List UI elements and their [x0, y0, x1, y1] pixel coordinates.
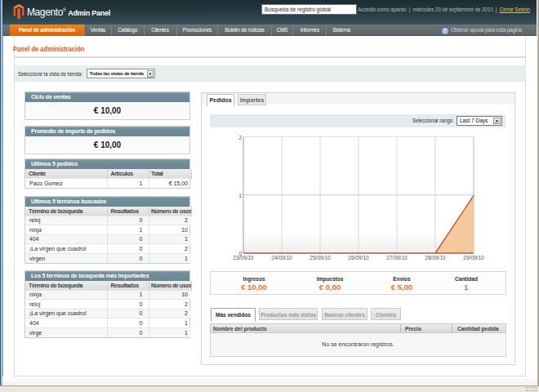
svg-text:1: 1	[238, 193, 242, 198]
svg-text:26/09/10: 26/09/10	[348, 255, 369, 261]
svg-text:25/09/10: 25/09/10	[310, 255, 331, 261]
svg-text:29/09/10: 29/09/10	[463, 255, 484, 261]
svg-text:24/09/10: 24/09/10	[271, 255, 292, 261]
svg-text:27/09/10: 27/09/10	[386, 255, 408, 261]
svg-text:23/09/10: 23/09/10	[233, 255, 254, 261]
svg-text:28/09/10: 28/09/10	[425, 255, 446, 261]
svg-text:2: 2	[238, 135, 242, 140]
